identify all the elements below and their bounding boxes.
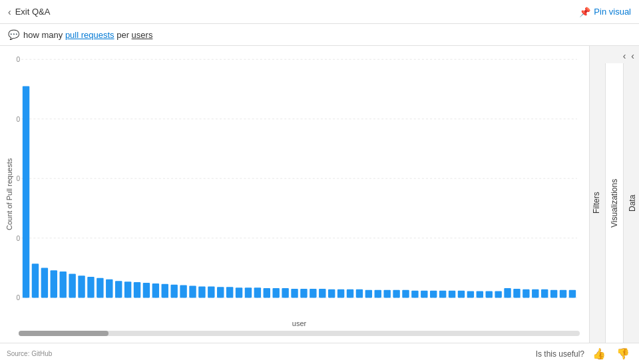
svg-rect-55 — [439, 291, 446, 298]
svg-rect-61 — [495, 291, 501, 298]
svg-rect-49 — [383, 290, 390, 298]
svg-text:400: 400 — [16, 56, 20, 63]
svg-text:300: 300 — [16, 116, 20, 123]
svg-rect-50 — [393, 290, 399, 298]
svg-rect-37 — [272, 288, 279, 297]
svg-rect-31 — [217, 287, 224, 297]
svg-rect-12 — [41, 268, 48, 298]
query-prefix: how many — [23, 30, 65, 40]
svg-rect-69 — [569, 290, 576, 298]
svg-rect-14 — [59, 272, 66, 297]
svg-rect-24 — [152, 283, 159, 297]
svg-rect-13 — [51, 270, 57, 297]
query-icon: 💬 — [8, 29, 19, 40]
svg-rect-65 — [532, 289, 538, 298]
svg-rect-67 — [550, 290, 557, 298]
svg-rect-19 — [106, 279, 112, 298]
x-axis-label: user — [16, 318, 582, 329]
back-icon: ‹ — [8, 7, 11, 17]
svg-rect-53 — [421, 291, 427, 298]
side-panel-tabs: Filters Visualizations Data — [590, 63, 639, 343]
svg-rect-40 — [300, 289, 307, 297]
scrollbar-thumb[interactable] — [19, 331, 108, 336]
svg-rect-68 — [560, 290, 566, 298]
svg-rect-44 — [337, 289, 344, 298]
collapse-arrow-1[interactable]: ‹ — [621, 50, 628, 62]
svg-rect-28 — [189, 285, 196, 297]
pin-visual-label: Pin visual — [594, 7, 631, 17]
svg-rect-38 — [282, 288, 288, 297]
query-middle: per — [114, 30, 132, 40]
top-bar: ‹ Exit Q&A 📌 Pin visual — [0, 0, 639, 24]
pin-icon: 📌 — [579, 7, 590, 17]
side-panel: ‹ ‹ Filters Visualizations Data — [589, 46, 639, 343]
svg-rect-16 — [78, 275, 85, 297]
svg-rect-58 — [467, 291, 474, 298]
svg-rect-56 — [449, 291, 455, 298]
svg-text:0: 0 — [16, 294, 20, 301]
svg-rect-33 — [236, 287, 242, 297]
scrollbar-track — [19, 331, 580, 336]
thumbdown-button[interactable]: 👎 — [614, 346, 632, 361]
svg-rect-20 — [115, 281, 122, 297]
chart-container: Count of Pull requests 0100200300400 use… — [0, 46, 589, 343]
svg-rect-22 — [134, 282, 140, 297]
query-bar: 💬 how many pull requests per users — [0, 24, 639, 46]
svg-rect-45 — [347, 289, 353, 298]
scrollbar-area — [16, 330, 582, 336]
svg-rect-46 — [356, 289, 363, 298]
chart-svg: 0100200300400 — [16, 53, 582, 318]
svg-rect-62 — [504, 288, 511, 297]
exit-qa-label: Exit Q&A — [15, 7, 51, 17]
svg-rect-60 — [486, 291, 493, 298]
svg-rect-27 — [180, 285, 186, 298]
svg-rect-59 — [477, 291, 483, 298]
svg-text:100: 100 — [16, 235, 20, 242]
svg-rect-30 — [208, 286, 214, 297]
svg-rect-36 — [264, 288, 270, 297]
main-area: Count of Pull requests 0100200300400 use… — [0, 46, 639, 343]
chart-area: 0100200300400 user — [16, 53, 582, 336]
svg-rect-35 — [254, 287, 261, 297]
svg-text:200: 200 — [16, 175, 20, 182]
pull-requests-link[interactable]: pull requests — [65, 30, 114, 40]
pin-visual-button[interactable]: 📌 Pin visual — [579, 7, 631, 17]
svg-rect-11 — [32, 264, 39, 297]
svg-rect-25 — [162, 284, 168, 298]
svg-rect-23 — [143, 283, 150, 297]
svg-rect-17 — [87, 277, 94, 297]
svg-rect-57 — [458, 291, 465, 298]
svg-rect-47 — [365, 290, 372, 298]
svg-rect-54 — [430, 291, 437, 298]
svg-rect-42 — [319, 289, 325, 297]
exit-qa-button[interactable]: ‹ Exit Q&A — [8, 7, 50, 17]
svg-rect-66 — [541, 289, 548, 298]
svg-rect-39 — [291, 289, 298, 297]
source-footer: Source: GitHub Is this useful? 👍 👎 — [0, 343, 639, 364]
svg-rect-29 — [198, 286, 205, 297]
thumbup-button[interactable]: 👍 — [590, 346, 608, 361]
feedback-area: Is this useful? 👍 👎 — [536, 346, 632, 361]
tab-visualizations[interactable]: Visualizations — [605, 63, 624, 343]
svg-rect-32 — [226, 287, 233, 297]
svg-rect-26 — [170, 285, 177, 298]
svg-rect-34 — [245, 287, 252, 297]
svg-rect-21 — [124, 281, 131, 297]
svg-rect-41 — [310, 289, 316, 297]
collapse-arrow-2[interactable]: ‹ — [629, 50, 636, 62]
svg-rect-10 — [23, 87, 29, 298]
y-axis-label: Count of Pull requests — [3, 53, 16, 336]
svg-rect-48 — [375, 290, 381, 298]
feedback-prompt: Is this useful? — [536, 349, 584, 359]
svg-rect-51 — [402, 290, 409, 298]
users-link[interactable]: users — [132, 30, 153, 40]
tab-data[interactable]: Data — [624, 63, 639, 343]
svg-rect-52 — [411, 291, 418, 298]
svg-rect-43 — [328, 289, 335, 298]
tab-filters[interactable]: Filters — [588, 63, 605, 343]
side-panel-arrows: ‹ ‹ — [590, 46, 639, 63]
query-text: how many pull requests per users — [23, 30, 152, 40]
svg-rect-63 — [513, 289, 520, 297]
source-text: Source: GitHub — [7, 350, 52, 357]
svg-rect-64 — [523, 289, 529, 298]
